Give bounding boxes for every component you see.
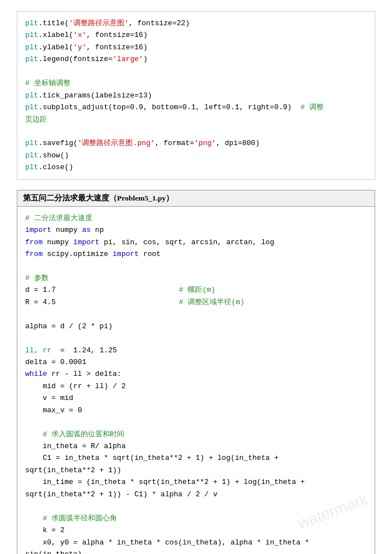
sc-blank2 (25, 308, 367, 320)
code-line-title: plt.title('调整路径示意图', fontsize=22) (25, 17, 367, 29)
sc-k-assign: k = 2 (25, 524, 367, 536)
sc-from-scipy: from scipy.optimize import root (25, 248, 367, 260)
code-line-tick: plt.tick_params(labelsize=13) (25, 90, 367, 101)
code-line-margin: 页边距 (25, 114, 367, 125)
sc-intime-cont: sqrt(in_theta**2 + 1)) - C1) * alpha / 2… (25, 488, 367, 500)
sc-c1-cont: sqrt(in_theta**2 + 1)) (25, 464, 367, 476)
sc-x0y0-cont: sin(in_theta) (25, 548, 367, 554)
code-line-xlabel: plt.xlabel('x', fontsize=16) (25, 29, 367, 41)
top-code-block: plt.title('调整路径示意图', fontsize=22) plt.xl… (17, 11, 375, 180)
section-title: 第五问二分法求最大速度（Problem5_1.py） (23, 194, 174, 202)
code-line-comment-axis: # 坐标轴调整 (25, 77, 367, 89)
sc-c1-assign: C1 = in_theta * sqrt(in_theta**2 + 1) + … (25, 452, 367, 464)
code-line-blank1 (25, 66, 367, 77)
sc-comment-params: # 参数 (25, 272, 367, 284)
sc-blank1 (25, 260, 367, 272)
sc-alpha-assign: alpha = d / (2 * pi) (25, 320, 367, 332)
code-line-show: plt.show() (25, 150, 367, 161)
sc-blank4 (25, 416, 367, 428)
code-line-savefig: plt.savefig('调整路径示意图.png', format='png',… (25, 137, 367, 149)
code-line-ylabel: plt.ylabel('y', fontsize=16) (25, 41, 367, 53)
sc-d-assign: d = 1.7# 螺距(m) (25, 284, 367, 296)
sc-from-numpy: from numpy import pi, sin, cos, sqrt, ar… (25, 236, 367, 248)
sc-ll-rr-assign: ll, rr = 1.24, 1.25 (25, 344, 367, 356)
sc-r-assign: R = 4.5# 调整区域半径(m) (25, 296, 367, 308)
sc-blank3 (25, 332, 367, 344)
section-header: 第五问二分法求最大速度（Problem5_1.py） (17, 190, 375, 206)
code-line-subplots: plt.subplots_adjust(top=0.9, bottom=0.1,… (25, 101, 367, 113)
sc-while-stmt: while rr - ll > delta: (25, 368, 367, 380)
code-line-legend: plt.legend(fontsize='large') (25, 53, 367, 65)
sc-maxv-assign: max_v = 0 (25, 404, 367, 416)
sc-intime-assign: in_time = (in_theta * sqrt(in_theta**2 +… (25, 476, 367, 488)
sc-x0y0-assign: x0, y0 = alpha * in_theta * cos(in_theta… (25, 537, 367, 548)
section-code-block: # 二分法求最大速度 import numpy as np from numpy… (17, 206, 375, 554)
code-line-blank2 (25, 125, 367, 137)
sc-import-numpy: import numpy as np (25, 224, 367, 236)
sc-v-assign: v = mid (25, 392, 367, 404)
sc-comment-bisect: # 二分法求最大速度 (25, 212, 367, 224)
sc-mid-assign: mid = (rr + ll) / 2 (25, 380, 367, 392)
code-line-close: plt.close() (25, 161, 367, 173)
sc-comment-arc-radius: # 求圆弧半径和圆心角 (25, 513, 367, 524)
sc-delta-assign: delta = 0.0001 (25, 356, 367, 368)
sc-blank5 (25, 500, 367, 512)
sc-intheta-assign: in_theta = R/ alpha (25, 440, 367, 452)
sc-comment-in-arc: # 求入圆弧的位置和时间 (25, 429, 367, 440)
